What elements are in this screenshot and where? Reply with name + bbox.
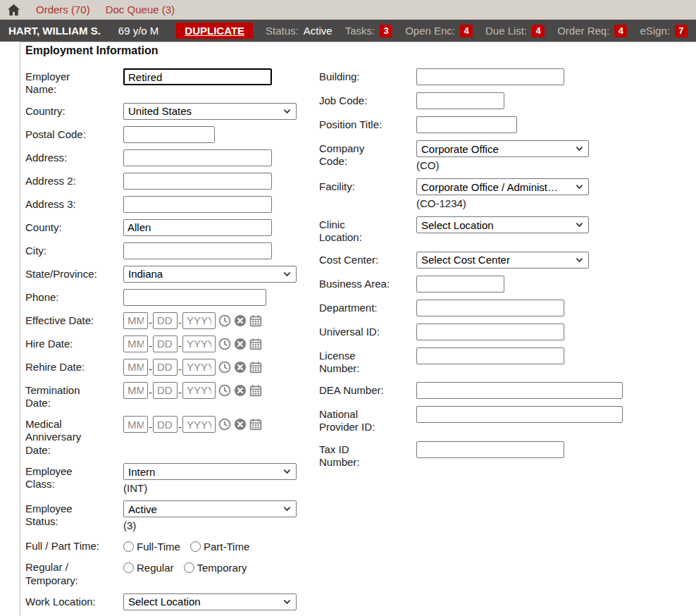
county-input[interactable] [123, 219, 272, 236]
clock-icon[interactable] [218, 384, 231, 397]
employment-information-section: Employment Information Employer Name: Co… [20, 42, 696, 616]
country-select[interactable]: United States [123, 103, 297, 120]
hire-date-year-input[interactable] [182, 335, 216, 352]
field-department: Department: [319, 300, 696, 316]
dea-number-input[interactable] [416, 382, 623, 399]
termination-date-day-input[interactable] [153, 382, 178, 399]
company-code-label: Company Code: [319, 140, 390, 168]
regular-option[interactable]: Regular [123, 562, 174, 574]
chevron-down-icon [576, 257, 583, 263]
company-code-code: (CO) [416, 159, 589, 171]
temporary-radio[interactable] [184, 562, 194, 573]
employee-class-select[interactable]: Intern [123, 463, 297, 480]
orders-link[interactable]: Orders (70) [36, 4, 90, 16]
patient-age-sex: 69 y/o M [118, 25, 159, 37]
job-code-input[interactable] [416, 92, 504, 109]
clear-icon[interactable] [234, 361, 247, 374]
address-label: Address: [25, 149, 100, 164]
facility-select[interactable]: Corporate Office / Administ… [416, 178, 589, 195]
address3-input[interactable] [123, 196, 272, 213]
duplicate-badge[interactable]: DUPLICATE [176, 23, 253, 39]
regular-radio[interactable] [123, 562, 134, 573]
open-enc-count-badge[interactable]: 4 [460, 25, 473, 37]
calendar-icon[interactable] [249, 314, 262, 327]
esign-count-badge[interactable]: 7 [675, 25, 688, 37]
due-list-count-badge[interactable]: 4 [532, 25, 545, 37]
license-number-input[interactable] [416, 347, 564, 364]
position-title-input[interactable] [416, 116, 517, 133]
field-address: Address: [25, 149, 319, 166]
clock-icon[interactable] [218, 314, 231, 327]
clinic-location-select[interactable]: Select Location [416, 216, 589, 233]
cost-center-select[interactable]: Select Cost Center [416, 252, 589, 269]
cost-center-label: Cost Center: [319, 252, 390, 266]
form-left-column: Employer Name: Country: United States Po… [25, 68, 319, 616]
employee-class-label: Employee Class: [25, 463, 100, 491]
national-provider-id-input[interactable] [416, 406, 623, 423]
field-cost-center: Cost Center: Select Cost Center [319, 252, 696, 269]
rehire-date-month-input[interactable] [123, 359, 148, 376]
rehire-date-day-input[interactable] [153, 359, 178, 376]
clock-icon[interactable] [218, 338, 231, 350]
address3-label: Address 3: [25, 196, 100, 211]
clear-icon[interactable] [234, 314, 247, 327]
chevron-down-icon [283, 109, 291, 114]
building-input[interactable] [416, 68, 564, 85]
address2-input[interactable] [123, 173, 272, 190]
calendar-icon[interactable] [249, 361, 262, 374]
calendar-icon[interactable] [249, 338, 262, 350]
doc-queue-link[interactable]: Doc Queue (3) [106, 4, 175, 16]
state-province-select-value: Indiana [128, 268, 163, 280]
postal-code-input[interactable] [123, 126, 215, 143]
field-state-province: State/Province: Indiana [25, 266, 319, 283]
universal-id-input[interactable] [416, 324, 564, 340]
temporary-option[interactable]: Temporary [184, 562, 247, 574]
city-input[interactable] [123, 242, 272, 259]
effective-date-month-input[interactable] [123, 312, 148, 329]
tasks-count-badge[interactable]: 3 [380, 25, 392, 37]
calendar-icon[interactable] [249, 384, 262, 397]
termination-date-month-input[interactable] [123, 382, 148, 399]
company-code-select[interactable]: Corporate Office [416, 140, 589, 157]
tax-id-number-input[interactable] [416, 441, 564, 458]
full-time-radio[interactable] [123, 541, 134, 552]
employee-status-select[interactable]: Active [123, 500, 297, 517]
address-input[interactable] [123, 149, 272, 166]
medical-anniversary-date-year-input[interactable] [182, 416, 216, 433]
date-separator: - [149, 316, 152, 328]
regular-option-label: Regular [137, 562, 174, 574]
phone-input[interactable] [123, 289, 266, 306]
employee-class-code: (INT) [123, 482, 297, 494]
medical-anniversary-date-day-input[interactable] [153, 416, 178, 433]
chevron-down-icon [283, 599, 291, 605]
part-time-radio[interactable] [190, 541, 201, 552]
clear-icon[interactable] [234, 418, 247, 431]
date-separator: - [178, 421, 182, 433]
clock-icon[interactable] [218, 418, 231, 431]
work-location-select[interactable]: Select Location [123, 593, 297, 610]
clear-icon[interactable] [234, 338, 247, 350]
status-label: Status: [266, 25, 299, 37]
date-separator: - [178, 363, 182, 375]
calendar-icon[interactable] [249, 418, 262, 431]
home-icon[interactable] [7, 4, 20, 16]
part-time-option[interactable]: Part-Time [190, 541, 249, 553]
state-province-select[interactable]: Indiana [123, 266, 297, 283]
rehire-date-year-input[interactable] [182, 359, 216, 376]
effective-date-year-input[interactable] [182, 312, 216, 329]
hire-date-day-input[interactable] [153, 335, 178, 352]
effective-date-day-input[interactable] [153, 312, 178, 329]
business-area-input[interactable] [416, 276, 504, 292]
employer-name-input[interactable] [123, 68, 272, 85]
order-req-count-badge[interactable]: 4 [614, 25, 627, 37]
clear-icon[interactable] [234, 384, 247, 397]
medical-anniversary-date-month-input[interactable] [123, 416, 148, 433]
clock-icon[interactable] [218, 361, 231, 374]
full-time-option[interactable]: Full-Time [123, 541, 180, 553]
field-effective-date: Effective Date: - - [25, 312, 319, 329]
hire-date-month-input[interactable] [123, 335, 148, 352]
field-dea-number: DEA Number: [319, 382, 696, 399]
termination-date-year-input[interactable] [182, 382, 216, 399]
county-label: County: [25, 219, 100, 234]
department-input[interactable] [416, 300, 564, 316]
